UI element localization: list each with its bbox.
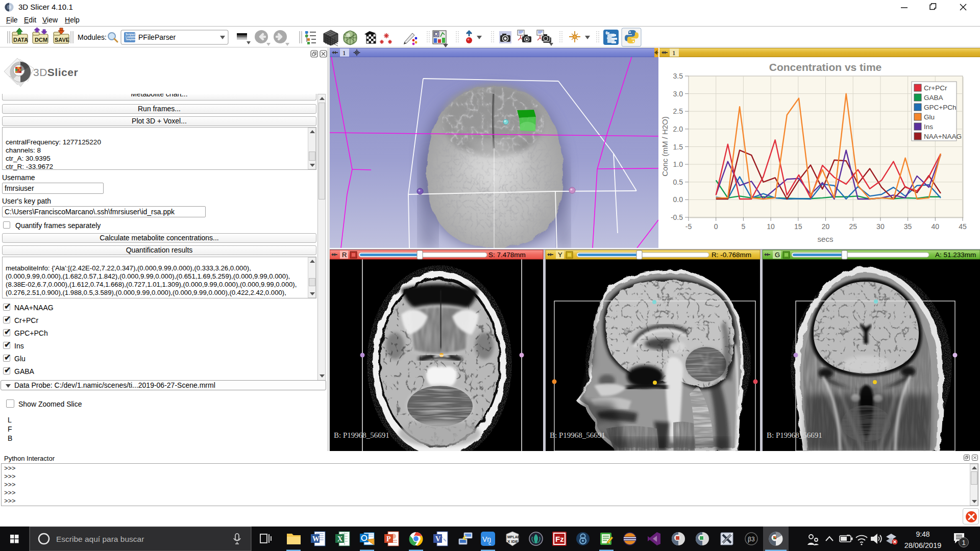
svg-text:3.5: 3.5 [673,72,683,80]
svg-text:S: 7.478mm: S: 7.478mm [488,251,526,259]
svg-text:P: P [386,535,391,543]
svg-text:45: 45 [959,222,967,231]
svg-text:R: -0.768mm: R: -0.768mm [712,251,751,259]
svg-text:Fz: Fz [555,535,564,543]
svg-text:W: W [312,535,320,543]
svg-text:5: 5 [742,222,746,231]
svg-text:1: 1 [962,539,965,546]
svg-text:1.5: 1.5 [673,143,683,151]
svg-text:30: 30 [876,222,885,231]
svg-text:9:48: 9:48 [916,530,929,538]
svg-text:2.0: 2.0 [673,125,683,133]
svg-text:MPLAB: MPLAB [507,535,520,539]
svg-text:40: 40 [932,222,940,231]
svg-text:3.0: 3.0 [673,90,683,98]
svg-text:Concentration vs time: Concentration vs time [769,61,882,73]
svg-text:V: V [435,535,440,543]
svg-text:β3: β3 [748,536,755,543]
svg-text:X: X [337,535,342,543]
svg-text:DCM: DCM [35,37,47,43]
svg-text:GABA: GABA [924,94,943,102]
svg-text:B: P19968_56691: B: P19968_56691 [767,431,822,439]
svg-text:0.0: 0.0 [673,195,683,204]
svg-text:0.5: 0.5 [673,178,683,186]
svg-text:Template: Template [126,38,136,41]
svg-text:1: 1 [672,49,676,57]
svg-text:25: 25 [849,222,857,231]
svg-text:secs: secs [818,235,834,243]
svg-text:Ins: Ins [924,123,933,131]
svg-text:-5: -5 [685,222,692,231]
svg-text:NAA+NAAG: NAA+NAAG [924,133,962,140]
svg-text:10: 10 [767,222,775,231]
svg-text:R: R [342,251,347,259]
svg-text:DATA: DATA [13,37,28,43]
svg-text:1.0: 1.0 [673,160,683,168]
svg-text:B: P19968_56691: B: P19968_56691 [334,431,389,439]
svg-text:28/06/2019: 28/06/2019 [904,541,942,549]
svg-text:Modules:: Modules: [78,33,107,41]
svg-text:Escribe aquí para buscar: Escribe aquí para buscar [56,535,144,543]
svg-text:1: 1 [342,49,346,57]
svg-text:GPC+PCh: GPC+PCh [924,104,956,111]
svg-text:2.5: 2.5 [673,107,683,115]
svg-text:35: 35 [904,222,912,231]
svg-text:X IDE: X IDE [507,539,519,544]
svg-text:20: 20 [822,222,830,231]
svg-text:c: c [488,540,491,546]
svg-text:G: G [775,251,780,259]
svg-text:B: P19968_56691: B: P19968_56691 [550,431,605,439]
svg-text:Cr+PCr: Cr+PCr [924,84,947,92]
svg-text:SAVE: SAVE [55,37,69,43]
svg-text:Conc (mM / H2O): Conc (mM / H2O) [660,116,669,177]
svg-text:-0.5: -0.5 [671,213,683,221]
svg-text:PFileParser: PFileParser [138,33,176,41]
svg-text:Glu: Glu [924,113,935,121]
svg-text:Y: Y [558,251,562,259]
svg-text:A: 51.233mm: A: 51.233mm [935,251,976,259]
svg-text:0: 0 [714,222,718,231]
svg-text:15: 15 [794,222,802,231]
